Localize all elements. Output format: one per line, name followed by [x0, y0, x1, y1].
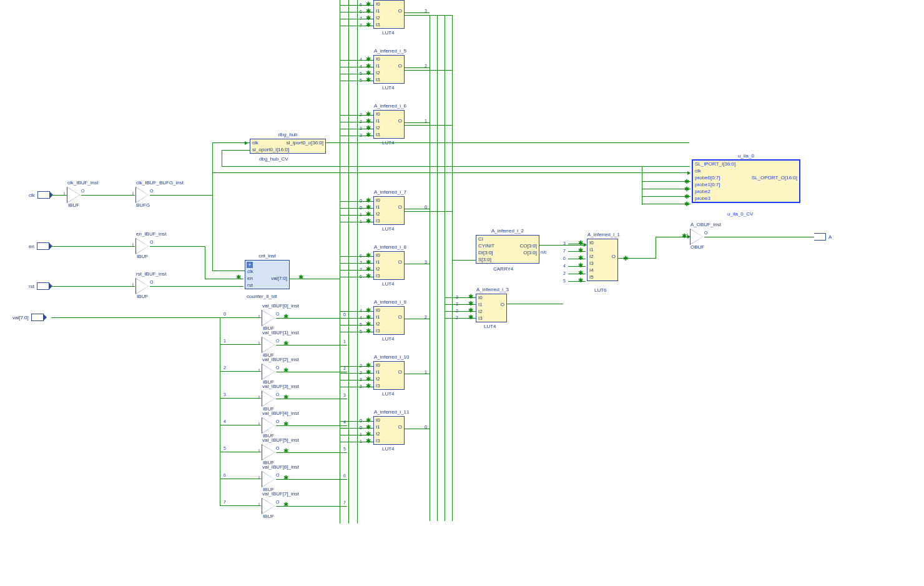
- lut-i3: I3: [376, 132, 380, 137]
- lut-i2: I2: [376, 266, 380, 272]
- debug-marker-icon: ✱: [283, 447, 288, 454]
- debug-marker-icon: ✱: [366, 369, 371, 375]
- a-inferred-i11[interactable]: A_inferred_i_11 I0 I1O I2 I3: [373, 416, 405, 445]
- net: [222, 150, 222, 166]
- a-inferred-i-1[interactable]: A_inferred_i_1 I0 I1 I2O I3 I4 I5: [587, 239, 618, 281]
- a-obuf-inst[interactable]: A_OBUF_inst I O OBUF: [691, 229, 704, 250]
- lut-i1: I1: [478, 302, 483, 307]
- rst-ibuf-inst[interactable]: rst_IBUF_inst I O IBUF: [136, 279, 149, 299]
- net: [205, 246, 205, 279]
- clk-ibuf-inst[interactable]: clk_IBUF_inst I O IBUF: [67, 187, 80, 208]
- debug-marker-icon: ✱: [366, 117, 371, 124]
- lut-o: O: [398, 118, 402, 124]
- debug-marker-icon: ✱: [366, 1, 371, 7]
- val-ibuf1[interactable]: val_IBUF[1]_instIOIBUF: [262, 337, 275, 358]
- expand-icon[interactable]: +: [247, 262, 253, 268]
- a-inferred-i7[interactable]: A_inferred_i_7 I0 I1O I2 I3: [373, 196, 405, 225]
- cnt-title: cnt_inst: [245, 253, 289, 259]
- net: [452, 15, 453, 521]
- val-ibuf2[interactable]: val_IBUF[2]_instIOIBUF: [262, 364, 275, 385]
- a-inferred-i5[interactable]: A_inferred_i_5 I0 I1O I2 I3: [373, 55, 405, 84]
- lut-i2: I2: [589, 254, 594, 259]
- port-en[interactable]: en: [29, 242, 49, 250]
- port-clk[interactable]: clk: [29, 191, 50, 199]
- debug-marker-icon: ✱: [366, 217, 371, 224]
- val-ibuf5[interactable]: val_IBUF[5]_instIOIBUF: [262, 445, 275, 465]
- net: [507, 304, 563, 304]
- net: [340, 67, 373, 67]
- net: [430, 15, 430, 521]
- lut-o: O: [398, 8, 402, 14]
- a-inferred-i4[interactable]: A_inferred_i_4 I0 I1O I2 I3: [373, 0, 405, 29]
- net: [290, 279, 340, 279]
- a-inferred-i10[interactable]: A_inferred_i_10 I0 I1O I2 I3: [373, 361, 405, 390]
- debug-marker-icon: ✱: [578, 262, 583, 269]
- net: [340, 81, 373, 81]
- lut-i2: I2: [376, 211, 380, 217]
- ila-sloport: SL_OPORT_O[16:0]: [752, 175, 797, 181]
- net: [222, 150, 250, 151]
- lut-i1: I1: [376, 118, 380, 124]
- debug-marker-icon: ✱: [366, 437, 371, 444]
- port-val[interactable]: val[7:0]: [12, 314, 44, 321]
- net: [405, 429, 430, 429]
- a-inferred-i-2[interactable]: A_inferred_i_2 CI CYINITCO[3:0] DI[3:0]O…: [476, 235, 539, 264]
- debug-marker-icon: ✱: [684, 178, 689, 185]
- debug-marker-icon: ✱: [578, 277, 583, 284]
- net: [405, 122, 430, 123]
- carry-di: DI[3:0]: [478, 250, 493, 256]
- val-ibuf6[interactable]: val_IBUF[6]_instIOIBUF: [262, 472, 275, 492]
- debug-marker-icon: ✱: [578, 239, 583, 246]
- debug-marker-icon: ✱: [283, 313, 288, 320]
- port-rst[interactable]: rst: [29, 282, 49, 290]
- a-inferred-i6[interactable]: A_inferred_i_6 I0 I1O I2 I3: [373, 110, 405, 139]
- net: [220, 317, 220, 506]
- lut-i2: I2: [376, 15, 380, 21]
- a-inferred-i-3[interactable]: A_inferred_i_3 I0 I1O I2 I3: [476, 294, 507, 322]
- cnt-inst[interactable]: cnt_inst + clk enval[7:0] rst: [245, 260, 290, 289]
- net: [220, 317, 261, 318]
- net: [340, 311, 373, 312]
- val-ibuf0[interactable]: val_IBUF[0]_instIOIBUF: [262, 310, 275, 331]
- schematic-canvas[interactable]: clk en rst val[7:0] A clk_IBUF_inst I O …: [0, 0, 924, 586]
- debug-marker-icon: ✱: [682, 232, 687, 239]
- net: [437, 15, 438, 521]
- idx-label: 6: [563, 256, 566, 261]
- debug-marker-icon: ✱: [366, 197, 371, 204]
- net: [340, 208, 373, 209]
- ila-p2: probe2: [695, 189, 710, 194]
- port-a[interactable]: A: [814, 233, 832, 241]
- val-ibuf4[interactable]: val_IBUF[4]_instIOIBUF: [262, 418, 275, 439]
- debug-marker-icon: ✱: [283, 501, 288, 508]
- net: [340, 277, 373, 277]
- debug-marker-icon: ✱: [578, 247, 583, 254]
- debug-marker-icon: ✱: [366, 69, 371, 76]
- buf-type: IBUF: [262, 514, 275, 519]
- net: [340, 19, 373, 19]
- idx-label: 3: [224, 392, 226, 397]
- net: [51, 195, 67, 196]
- a-inferred-i9[interactable]: A_inferred_i_9 I0 I1O I2 I3: [373, 306, 405, 335]
- en-ibuf-inst[interactable]: en_IBUF_inst I O IBUF: [136, 239, 149, 259]
- debug-marker-icon: ✱: [684, 186, 689, 192]
- net: [340, 435, 373, 435]
- lut-title: A_inferred_i_11: [374, 409, 404, 415]
- dbg-hub[interactable]: dbg_hub clksl_iport0_o[36:0] sl_oport0_i…: [250, 139, 326, 154]
- net: [51, 286, 135, 287]
- ila-p0: probe0[0:7]: [695, 175, 720, 181]
- val-ibuf7[interactable]: val_IBUF[7]_instIOIBUF: [262, 499, 275, 519]
- ila-clk: clk: [695, 168, 701, 174]
- lut-i0: I0: [376, 111, 380, 117]
- pin-o: O: [276, 446, 279, 450]
- net: [325, 142, 689, 143]
- a-inferred-i8[interactable]: A_inferred_i_8 I0 I1O I2 I3: [373, 251, 405, 280]
- debug-marker-icon: ✱: [366, 430, 371, 437]
- arrow-icon: [687, 171, 691, 175]
- lut-i3: I3: [589, 261, 594, 266]
- lut-label: LUT4: [484, 324, 496, 329]
- net: [340, 60, 373, 61]
- val-ibuf3[interactable]: val_IBUF[3]_instIOIBUF: [262, 391, 275, 412]
- u-ila-0[interactable]: u_ila_0 SL_IPORT_I[36:0] clk probe0[0:7]…: [692, 159, 800, 203]
- net: [340, 26, 373, 26]
- clk-bufg-inst[interactable]: clk_IBUF_BUFG_inst I O BUFG: [136, 187, 150, 208]
